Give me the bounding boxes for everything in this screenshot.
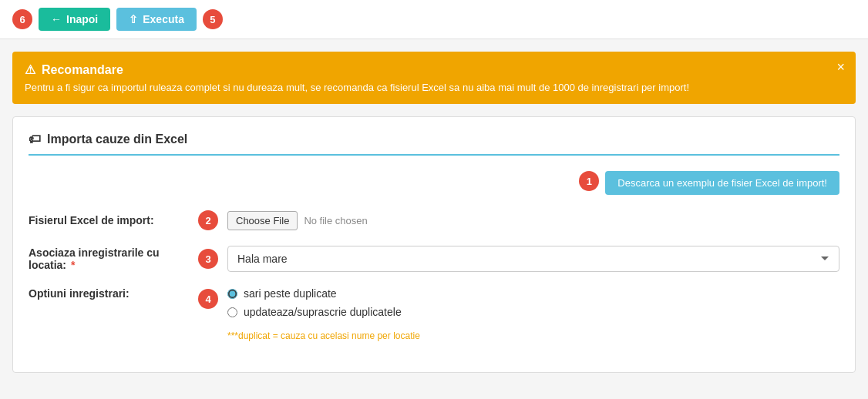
form-card-header-row: 1 Descarca un exemplu de fisier Excel de…: [29, 171, 839, 195]
fisierul-row: Fisierul Excel de import: 2 Choose File …: [29, 210, 839, 230]
badge-fisierul: 2: [198, 210, 218, 230]
form-title-text: Importa cauze din Excel: [47, 132, 187, 146]
no-file-text: No file chosen: [304, 215, 367, 226]
tag-icon: 🏷: [29, 132, 41, 146]
warning-icon: ⚠: [25, 62, 35, 77]
alert-title: ⚠ Recomandare: [25, 62, 843, 77]
radio-updateaza-input[interactable]: [227, 307, 237, 317]
download-excel-button[interactable]: Descarca un exemplu de fisier Excel de i…: [605, 171, 839, 195]
arrow-left-icon: ←: [51, 13, 62, 25]
radio-sari-text: sari peste duplicate: [244, 287, 337, 300]
badge-download: 1: [579, 171, 599, 191]
choose-file-button[interactable]: Choose File: [227, 211, 298, 230]
badge-executa: 5: [203, 9, 223, 29]
select-wrapper: Hala mare: [227, 246, 839, 272]
back-button[interactable]: ← Inapoi: [39, 8, 110, 31]
optiuni-label: Optiuni inregistrari:: [29, 287, 198, 300]
badge-asociaza: 3: [198, 249, 218, 269]
form-card-title: 🏷 Importa cauze din Excel: [29, 132, 839, 156]
required-marker: *: [71, 259, 75, 271]
locatie-select[interactable]: Hala mare: [227, 246, 839, 272]
radio-updateaza-label[interactable]: updateaza/suprascrie duplicatele: [227, 306, 420, 318]
asociaza-row: Asociaza inregistrarile cu locatia: * 3 …: [29, 246, 839, 272]
file-input-wrapper: Choose File No file chosen: [227, 211, 368, 230]
top-toolbar: 6 ← Inapoi ⇧ Executa 5: [0, 0, 868, 39]
badge-back: 6: [12, 9, 32, 29]
duplicate-note: ***duplicat = cauza cu acelasi nume per …: [227, 330, 420, 341]
executa-button[interactable]: ⇧ Executa: [116, 8, 197, 31]
alert-box: ⚠ Recomandare Pentru a fi sigur ca impor…: [12, 52, 856, 104]
form-card: 🏷 Importa cauze din Excel 1 Descarca un …: [12, 116, 856, 373]
fisierul-label: Fisierul Excel de import:: [29, 214, 198, 226]
radio-updateaza-text: updateaza/suprascrie duplicatele: [244, 306, 402, 318]
badge-optiuni: 4: [198, 289, 218, 309]
executa-label: Executa: [143, 13, 184, 25]
alert-text: Pentru a fi sigur ca importul ruleaza co…: [25, 82, 843, 93]
alert-close-button[interactable]: ×: [836, 59, 845, 75]
radio-sari-input[interactable]: [227, 289, 237, 299]
main-content: ⚠ Recomandare Pentru a fi sigur ca impor…: [0, 39, 868, 385]
asociaza-label: Asociaza inregistrarile cu locatia: *: [29, 246, 198, 271]
optiuni-row: Optiuni inregistrari: 4 sari peste dupli…: [29, 287, 839, 341]
alert-title-text: Recomandare: [42, 63, 123, 77]
upload-icon: ⇧: [129, 13, 138, 25]
radio-sari-label[interactable]: sari peste duplicate: [227, 287, 420, 300]
back-label: Inapoi: [66, 13, 98, 25]
radio-group: sari peste duplicate updateaza/suprascri…: [227, 287, 420, 341]
